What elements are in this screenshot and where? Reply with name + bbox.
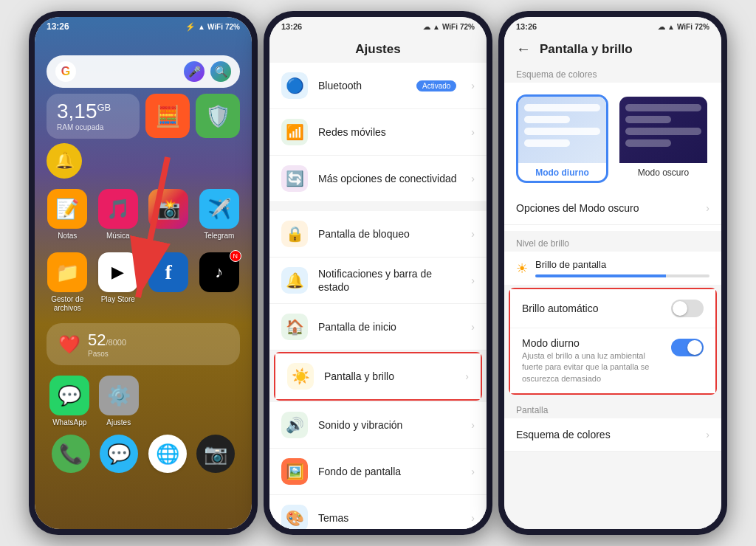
tiktok-icon[interactable]: ♪ N [199,252,239,292]
wifi2-icon: WiFi [442,23,458,31]
settings-screen: 13:26 ☁ ▲ WiFi 72% Ajustes 🔵 [269,17,487,529]
app-item-instagram[interactable]: 📸 [145,184,193,245]
dock-ajustes[interactable]: ⚙️ Ajustes [96,371,142,432]
mas-icon: 🔄 [281,165,308,192]
chevron-bluetooth: › [471,80,475,91]
esquema-colores-item[interactable]: Esquema de colores › [504,418,721,452]
battery-phone2: 72% [460,23,475,31]
settings-text-bluetooth: Bluetooth [318,79,406,92]
gestor-icon[interactable]: 📁 [47,252,87,292]
ajustes-icon[interactable]: ⚙️ [99,376,139,415]
security-widget[interactable]: 🛡️ [196,94,240,138]
widget-row: 3,15GB RAM ocupada 🧮 🛡️ [47,94,240,139]
steps-row: 52/8000 [88,331,126,350]
daylight-title: Modo diurno [522,337,662,349]
lens-icon[interactable]: 🔍 [210,61,231,82]
settings-item-notif[interactable]: 🔔 Notificaciones y barra de estado › [269,258,487,304]
settings-item-bloqueo[interactable]: 🔒 Pantalla de bloqueo › [269,211,487,258]
status-bar-phone2: 13:26 ☁ ▲ WiFi 72% [269,17,487,35]
brightness-slider[interactable] [535,274,709,277]
playstore-icon[interactable]: ▶ [98,252,138,292]
display-content: Esquema de colores [504,62,721,529]
auto-brightness-highlighted: Brillo automático Modo diurno Ajusta el … [509,288,717,395]
ajustes-label: Ajustes [106,418,131,427]
divider1 [269,202,487,211]
settings-list: 🔵 Bluetooth Activado › 📶 Redes móviles [269,63,487,529]
settings-item-pantalla-highlighted[interactable]: ☀️ Pantalla y brillo › [274,352,482,401]
app-item-musica[interactable]: 🎵 Música [94,184,142,245]
app-item-facebook[interactable]: f [145,248,193,317]
mas-title: Más opciones de conectividad [318,172,461,185]
app-item-tiktok[interactable]: ♪ N [196,248,244,317]
empty-icon2 [197,376,237,415]
chevron-mas: › [471,173,475,184]
chevron-bloqueo: › [471,228,475,240]
app-item-telegram[interactable]: ✈️ Telegram [196,184,244,245]
auto-brightness-toggle[interactable] [671,300,704,317]
settings-item-sonido[interactable]: 🔊 Sonido y vibración › [269,402,487,449]
whatsapp-icon[interactable]: 💬 [49,376,89,415]
daylight-sub: Ajusta el brillo a una luz ambiental fue… [522,350,662,384]
preview-line2 [524,116,570,123]
chrome-icon[interactable]: 🌐 [148,435,187,473]
camera-icon[interactable]: 📷 [196,435,235,473]
inicio-title: Pantalla de inicio [318,320,461,334]
auto-brightness-text: Brillo automático [522,303,662,314]
settings-text-redes: Redes móviles [318,125,461,139]
temas-title: Temas [318,511,461,525]
sonido-icon: 🔊 [281,412,308,438]
settings-item-redes[interactable]: 📶 Redes móviles › [269,109,487,156]
auto-brightness-item[interactable]: Brillo automático [510,289,715,328]
mode-oscuro-card[interactable]: Modo oscuro [617,94,709,183]
app-grid: 📝 Notas 🎵 Música 📸 ✈️ Telegram 📁 [44,184,243,317]
preview-line1 [524,104,600,111]
settings-item-bluetooth[interactable]: 🔵 Bluetooth Activado › [269,63,487,109]
toggle-thumb-auto [673,301,687,316]
app-item-notas[interactable]: 📝 Notas [44,184,92,245]
facebook-icon[interactable]: f [148,252,188,292]
app-item-gestor[interactable]: 📁 Gestor de archivos [44,248,92,317]
inicio-icon: 🏠 [281,314,308,340]
notif-title: Notificaciones y barra de estado [318,267,461,294]
wifi3-icon: WiFi [677,23,693,31]
settings-item-pantalla-inner[interactable]: ☀️ Pantalla y brillo › [275,353,481,399]
app-item-playstore[interactable]: ▶ Play Store [94,248,142,317]
time-phone2: 13:26 [281,22,302,31]
telegram-label: Telegram [204,232,234,241]
section-display: Pantalla [504,398,721,418]
search-bar[interactable]: G 🎤 🔍 [47,55,240,88]
notas-icon[interactable]: 📝 [47,189,87,229]
back-arrow[interactable]: ← [516,41,531,58]
daylight-toggle[interactable] [671,339,704,356]
display-header: ← Pantalla y brillo [504,35,721,62]
mic-icon[interactable]: 🎤 [184,61,205,82]
phone2: 13:26 ☁ ▲ WiFi 72% Ajustes 🔵 [264,11,492,535]
calc-widget[interactable]: 🧮 [145,94,190,138]
settings-item-mas[interactable]: 🔄 Más opciones de conectividad › [269,156,487,202]
musica-icon[interactable]: 🎵 [98,189,138,229]
settings-text-temas: Temas [318,511,461,525]
instagram-icon[interactable]: 📸 [148,189,188,229]
mode-diurno-card[interactable]: Modo diurno [516,94,608,183]
battery-phone3: 72% [695,23,709,31]
notification-bell: 🔔 [47,143,82,179]
settings-item-fondo[interactable]: 🖼️ Fondo de pantalla › [269,449,487,495]
settings-item-inicio[interactable]: 🏠 Pantalla de inicio › [269,304,487,350]
dark-mode-options-item[interactable]: Opciones del Modo oscuro › [504,192,721,225]
settings-text-notif: Notificaciones y barra de estado [318,267,461,294]
diurno-preview [518,97,606,163]
color-scheme-container: Modo diurno Modo oscuro [504,83,721,231]
empty-icon [148,376,188,415]
dock-whatsapp[interactable]: 💬 WhatsApp [47,371,93,432]
notif-icon: 🔔 [281,267,308,294]
settings-item-temas[interactable]: 🎨 Temas › [269,495,487,529]
brightness-icon: ☀ [516,260,528,277]
messages-icon[interactable]: 💬 [100,435,138,473]
daylight-mode-item[interactable]: Modo diurno Ajusta el brillo a una luz a… [510,328,715,393]
telegram-icon[interactable]: ✈️ [199,189,239,229]
phone-icon[interactable]: 📞 [52,435,90,473]
chevron-esquema: › [706,429,709,440]
dock: 💬 WhatsApp ⚙️ Ajustes [47,371,240,432]
esquema-title: Esquema de colores [516,429,697,440]
preview-line-d1 [625,104,701,111]
